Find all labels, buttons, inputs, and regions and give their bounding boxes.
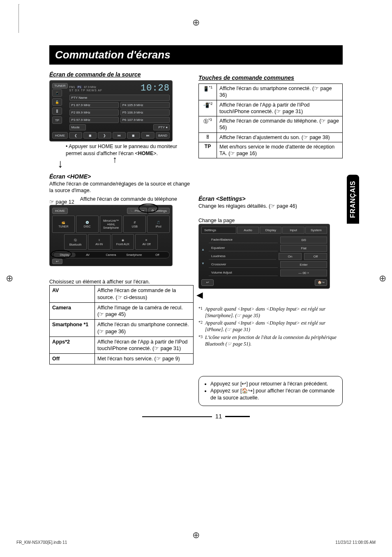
source-avin[interactable]: ⦀AV-IN bbox=[88, 234, 111, 250]
row-cross-label[interactable]: Crossover bbox=[209, 261, 278, 268]
scroll-up-icon[interactable]: ▲ bbox=[201, 248, 207, 251]
settings-screen-desc: Change les réglages détaillés. (☞ page 4… bbox=[198, 203, 343, 209]
home-title: HOME bbox=[52, 208, 68, 214]
opt-smartphone-key: Smartphone *1 bbox=[50, 320, 95, 337]
registration-mark-top: ⊕ bbox=[192, 17, 200, 28]
home-screen-heading: Écran <HOME> bbox=[49, 173, 194, 180]
opt-av-key: AV bbox=[50, 285, 95, 303]
opt-apps-val: Affiche l'écran de l'App à partir de l'i… bbox=[95, 337, 194, 354]
settings-tab-audio[interactable]: Audio bbox=[237, 227, 259, 234]
source-avoff[interactable]: ✕AV Off bbox=[135, 234, 158, 250]
cmd-icon-smartphone: 📱*1 bbox=[199, 84, 217, 100]
arrow-down-icon: ↓ bbox=[58, 160, 63, 167]
tab-off[interactable]: Off bbox=[146, 253, 168, 257]
back-button[interactable]: ↩ bbox=[52, 259, 62, 264]
common-touches-table: 📱*1 Affiche l'écran du smartphone connec… bbox=[198, 84, 343, 158]
row-loud-off[interactable]: Off bbox=[304, 253, 327, 260]
row-loud-on[interactable]: On bbox=[279, 253, 302, 260]
prev-track-button[interactable]: ⏮ bbox=[113, 132, 126, 139]
registration-mark-bottom: ⊕ bbox=[192, 530, 200, 541]
tuner-flags: ST DX TP NEWS AF bbox=[69, 89, 103, 92]
prev-folder-button[interactable]: ❮ bbox=[69, 132, 82, 139]
pty-name: PTY Name bbox=[69, 95, 170, 101]
preset-4[interactable]: P4 105.9 MHz bbox=[120, 102, 170, 108]
pty-button[interactable]: PTY ● bbox=[153, 124, 170, 130]
tip-source: Appuyez sur [🏠↪] pour afficher l'écran d… bbox=[210, 388, 337, 402]
stop-button[interactable]: ◼ bbox=[83, 132, 97, 139]
arrow-left-icon: ◄ bbox=[194, 289, 343, 302]
source-ipod[interactable]: 🎵iPod bbox=[147, 216, 170, 233]
cmd-icon-bluetooth: ⓑ*3 bbox=[199, 116, 217, 133]
side-sound-icon[interactable]: 🎛 bbox=[52, 107, 62, 115]
page-title: Commutation d'écrans bbox=[49, 45, 343, 65]
preset-2[interactable]: P2 89.9 MHz bbox=[69, 109, 119, 116]
side-smartphone-icon[interactable]: 📱 bbox=[52, 89, 62, 97]
source-disc[interactable]: 💿DISC bbox=[76, 216, 99, 233]
cmd-text-app: Affiche l'écran de l'App à partir de l'i… bbox=[217, 100, 343, 116]
settings-tab-title: Settings bbox=[201, 227, 236, 234]
opt-av-val: Affiche l'écran de commande de la source… bbox=[95, 285, 194, 303]
settings-tab-display[interactable]: Display bbox=[260, 227, 281, 234]
tab-camera[interactable]: Camera bbox=[100, 253, 122, 257]
preset-6[interactable]: P6 107.9 MHz bbox=[120, 117, 170, 123]
home-button[interactable]: HOME bbox=[52, 132, 68, 139]
display-options-table: AVAffiche l'écran de commande de la sour… bbox=[49, 285, 194, 364]
page-number: 11 bbox=[49, 413, 343, 420]
band-button[interactable]: BAND bbox=[156, 132, 170, 139]
row-vol-val[interactable]: — 00 + bbox=[280, 269, 327, 276]
opt-off-key: Off bbox=[50, 354, 95, 364]
cmd-text-tp: Met en/hors service le mode d'attente de… bbox=[217, 142, 343, 158]
opt-camera-key: Camera bbox=[50, 302, 95, 320]
side-tp-button[interactable]: TP bbox=[52, 116, 62, 124]
scroll-down-icon[interactable]: ▼ bbox=[201, 262, 207, 265]
next-folder-button[interactable]: ❯ bbox=[98, 132, 111, 139]
row-fader-val[interactable]: 0/0 bbox=[280, 237, 327, 244]
source-mirrorlink[interactable]: MirrorLink™✶MHL Smartphone bbox=[100, 216, 122, 233]
registration-mark-left: ⊕ bbox=[6, 273, 13, 284]
row-fader-label[interactable]: Fader/Balance bbox=[209, 237, 278, 243]
source-badge[interactable]: TUNER bbox=[52, 83, 68, 88]
tab-av[interactable]: AV bbox=[76, 253, 99, 257]
cmd-text-bluetooth: Affiche l'écran de commande du téléphone… bbox=[217, 116, 343, 133]
play-button[interactable]: ◼ bbox=[127, 132, 140, 139]
settings-screen-heading: Écran <Settings> bbox=[198, 195, 343, 202]
source-frontaux[interactable]: ◉Front AUX bbox=[112, 234, 134, 250]
opt-off-val: Met l'écran hors service. (☞ page 9) bbox=[95, 354, 194, 364]
source-usb[interactable]: ⇵USB bbox=[123, 216, 146, 233]
footer-right: 11/23/12 11:08:05 AM bbox=[335, 540, 376, 545]
phone-highlight-oval bbox=[138, 204, 158, 213]
cmd-icon-sound: 🎚 bbox=[199, 132, 217, 142]
cmd-text-smartphone: Affiche l'écran du smartphone connecté. … bbox=[217, 84, 343, 100]
settings-tab-input[interactable]: Input bbox=[282, 227, 304, 234]
settings-back-button[interactable]: ↩ bbox=[201, 279, 214, 286]
registration-mark-right: ⊕ bbox=[379, 273, 386, 284]
next-track-button[interactable]: ⏭ bbox=[141, 132, 154, 139]
row-cross-val[interactable]: Enter bbox=[280, 261, 327, 268]
row-eq-label[interactable]: Equalizer bbox=[209, 245, 278, 251]
source-tuner[interactable]: 📻TUNER bbox=[52, 216, 75, 233]
common-touches-heading: Touches de commande communes bbox=[198, 74, 343, 81]
row-loud-label[interactable]: Loudness bbox=[209, 253, 276, 260]
cmd-text-sound: Affiche l'écran d'ajustement du son. (☞ … bbox=[217, 132, 343, 142]
page12-ref: ☞ page 12 bbox=[49, 199, 74, 205]
source-bluetooth[interactable]: ⓑBluetooth bbox=[64, 234, 87, 250]
preset-5[interactable]: P5 106.9 MHz bbox=[120, 109, 170, 116]
preset-1[interactable]: P1 87.9 MHz bbox=[69, 102, 119, 108]
settings-source-button[interactable]: 🏠↪ bbox=[315, 279, 327, 286]
home-note: • Appuyer sur HOME sur le panneau du mon… bbox=[66, 143, 194, 157]
cmd-icon-tp: TP bbox=[199, 142, 217, 158]
row-vol-label[interactable]: Volume Adjust bbox=[209, 269, 278, 276]
opt-apps-key: Apps*2 bbox=[50, 337, 95, 354]
band-label: FM1 bbox=[69, 86, 75, 88]
opt-smartphone-val: Affiche l'écran du smartphone connecté. … bbox=[95, 320, 194, 337]
settings-tab-system[interactable]: System bbox=[305, 227, 327, 234]
tab-smartphone[interactable]: Smartphone bbox=[123, 253, 145, 257]
opt-camera-val: Affiche l'image de la caméra de recul. (… bbox=[95, 302, 194, 320]
side-lock-icon[interactable]: 🔓 bbox=[52, 98, 62, 106]
preset-3[interactable]: P3 97.9 MHz bbox=[69, 117, 119, 123]
mode-button[interactable]: Mode bbox=[69, 124, 86, 130]
settings-screen: Settings Audio Display Input System ▲ ▼ … bbox=[198, 224, 330, 289]
home-screen-desc: Affiche l'écran de commande/réglages de … bbox=[49, 181, 194, 194]
phone-ref-text: Affiche l'écran de commande du téléphone bbox=[80, 196, 194, 202]
row-eq-val[interactable]: Flat bbox=[280, 245, 327, 252]
